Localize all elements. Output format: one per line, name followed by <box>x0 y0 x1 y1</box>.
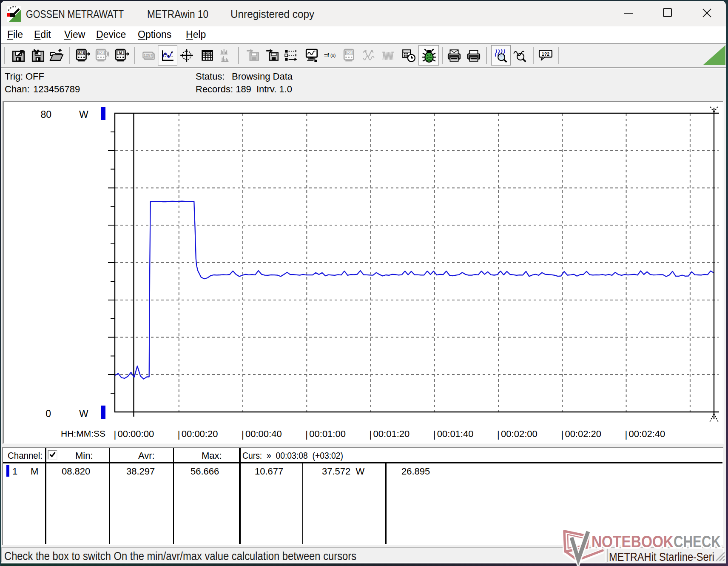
svg-text:CHECK: CHECK <box>674 533 721 551</box>
svg-text:|: | <box>114 429 117 440</box>
svg-text:|: | <box>305 429 308 440</box>
svg-text:0: 0 <box>46 408 51 419</box>
svg-text:|: | <box>242 429 244 440</box>
svg-text:W: W <box>79 408 88 419</box>
svg-text:00:02:00: 00:02:00 <box>501 429 537 439</box>
svg-text:00:00:40: 00:00:40 <box>245 429 282 439</box>
svg-text:00:01:20: 00:01:20 <box>373 429 410 439</box>
svg-text:|: | <box>497 429 500 440</box>
svg-text:80: 80 <box>40 109 51 120</box>
svg-text:|: | <box>433 429 436 440</box>
svg-text:00:01:00: 00:01:00 <box>309 429 346 439</box>
svg-text:00:02:40: 00:02:40 <box>629 429 665 439</box>
svg-text:|: | <box>178 429 180 440</box>
svg-text:HH:MM:SS: HH:MM:SS <box>61 429 105 438</box>
svg-text:NOTEBOOK: NOTEBOOK <box>592 533 674 551</box>
svg-text:|: | <box>561 429 563 440</box>
svg-text:00:01:40: 00:01:40 <box>437 429 474 439</box>
svg-text:|: | <box>625 429 628 440</box>
svg-text:00:00:20: 00:00:20 <box>182 429 218 439</box>
svg-text:W: W <box>79 109 88 120</box>
svg-text:00:00:00: 00:00:00 <box>118 429 154 439</box>
svg-text:00:02:20: 00:02:20 <box>565 429 601 439</box>
svg-text:|: | <box>370 429 372 440</box>
